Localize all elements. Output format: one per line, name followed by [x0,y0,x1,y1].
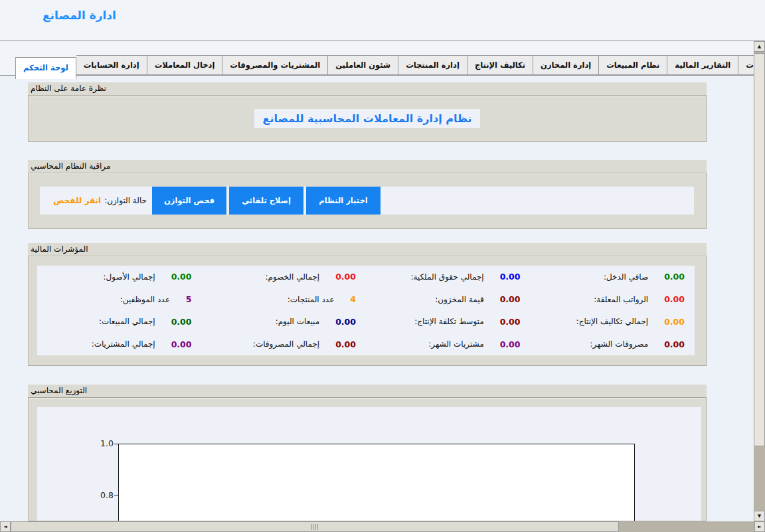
indicator-cell: 0.00مصروفات الشهر: [531,333,695,355]
section-monitor-title: مراقبة النظام المحاسبي [28,160,707,173]
indicator-cell: 0.00إجمالي المشتريات: [37,333,202,355]
scroll-down-button[interactable]: ▼ [754,511,765,521]
scroll-left-button[interactable]: ◄ [0,521,11,532]
indicator-label: مبيعات اليوم: [276,317,320,326]
arrow-right-icon: ► [758,524,761,529]
indicator-label: صافي الدخل: [604,272,648,282]
indicator-value: 0.00 [335,317,356,327]
section-overview-box: نظام إدارة المعاملات المحاسبية للمصانع [28,95,707,142]
indicator-label: متوسط تكلفة الإنتاج: [414,317,483,326]
arrow-left-icon: ◄ [3,524,7,529]
arrow-up-icon: ▲ [758,44,761,49]
balance-status: حالة التوازن: انقر للفحص [40,187,149,215]
section-overview: نظرة عامة على النظام نظام إدارة المعاملا… [28,82,707,142]
dashboard-pane: نظرة عامة على النظام نظام إدارة المعاملا… [0,75,754,521]
indicator-cell: 0.00إجمالي المبيعات: [37,311,202,333]
monitor-strip: حالة التوازن: انقر للفحص فحص التوازنإصلا… [40,187,694,215]
section-overview-title: نظرة عامة على النظام [28,82,707,95]
monitor-button-0[interactable]: فحص التوازن [152,187,226,215]
section-indicators-title: المؤشرات المالية [28,243,707,256]
indicator-label: مشتريات الشهر: [428,339,483,349]
tab-8[interactable]: نظام المبيعات [599,55,667,75]
indicator-cell: 0.00قيمة المخزون: [366,288,531,311]
app-title: ادارة المصانع [42,9,116,22]
scroll-right-button[interactable]: ► [754,521,765,532]
section-distribution-title: التوزيع المحاسبي [28,385,707,397]
indicator-value: 0.00 [500,317,521,327]
indicators-grid: 0.00صافي الدخل:0.00إجمالي حقوق الملكية:0… [37,266,695,355]
indicator-value: 0.00 [500,294,521,304]
indicator-label: الرواتب المعلقة: [594,295,648,304]
monitor-button-2[interactable]: اختبار النظام [306,187,381,215]
indicator-label: إجمالي المشتريات: [92,339,155,349]
balance-status-value[interactable]: انقر للفحص [53,196,101,205]
tab-2[interactable]: إدخال المعاملات [147,55,223,75]
indicator-cell: 0.00إجمالي حقوق الملكية: [366,266,531,288]
indicator-cell: 4عدد المنتجات: [202,288,367,311]
indicator-value: 0.00 [664,317,685,327]
section-monitor-box: حالة التوازن: انقر للفحص فحص التوازنإصلا… [28,173,707,229]
indicator-cell: 0.00مشتريات الشهر: [366,333,531,355]
tab-7[interactable]: إدارة المخازن [533,55,599,75]
section-indicators-box: 0.00صافي الدخل:0.00إجمالي حقوق الملكية:0… [28,256,707,366]
indicator-cell: 0.00صافي الدخل: [531,266,695,288]
section-distribution: التوزيع المحاسبي 1.0 0.8 [28,385,707,521]
balance-status-label: حالة التوازن: [104,196,147,205]
section-distribution-box: 1.0 0.8 [28,397,707,521]
indicator-label: إجمالي الخصوم: [266,272,320,282]
vertical-scrollbar-thumb[interactable] [754,53,765,446]
indicator-label: إجمالي تكاليف الإنتاج: [576,317,649,326]
indicator-cell: 0.00متوسط تكلفة الإنتاج: [366,311,531,333]
indicator-value: 0.00 [335,339,356,349]
indicator-cell: 0.00إجمالي تكاليف الإنتاج: [531,311,695,333]
indicator-label: إجمالي الأصول: [104,272,155,282]
indicator-value: 0.00 [664,339,685,349]
indicator-cell: 0.00إجمالي المصروفات: [202,333,367,355]
indicator-value: 4 [350,294,356,304]
tab-3[interactable]: المشتريات والمصروفات [222,55,328,75]
indicator-label: إجمالي حقوق الملكية: [410,272,483,282]
indicator-value: 0.00 [664,294,685,304]
indicator-cell: 0.00إجمالي الخصوم: [202,266,367,288]
plot-area [118,444,635,521]
horizontal-scrollbar[interactable]: ◄ ► [0,521,765,532]
monitor-button-1[interactable]: إصلاح تلقائي [229,187,303,215]
monitor-buttons: فحص التوازنإصلاح تلقائياختبار النظام [149,187,381,215]
indicator-cell: 0.00الرواتب المعلقة: [531,288,695,311]
indicator-value: 0.00 [500,272,521,282]
indicator-value: 0.00 [664,272,685,282]
y-axis-tick-label: 0.8 [94,490,114,500]
titlebar-divider [0,41,765,41]
tab-6[interactable]: تكاليف الإنتاج [468,55,533,75]
tab-0[interactable]: لوحة التحكم [15,57,76,79]
indicator-label: إجمالي المصروفات: [253,339,319,349]
horizontal-scrollbar-thumb[interactable] [11,521,619,532]
indicator-label: عدد المنتجات: [288,295,335,304]
indicator-value: 0.00 [171,339,192,349]
tab-1[interactable]: إدارة الحسابات [76,55,147,75]
indicator-value: 0.00 [335,272,356,282]
system-heading: نظام إدارة المعاملات المحاسبية للمصانع [254,109,479,128]
scrollbar-grip-icon [311,524,318,530]
y-axis-tick-label: 1.0 [94,438,114,448]
indicator-value: 0.00 [171,272,192,282]
scroll-up-button[interactable]: ▲ [754,41,765,52]
tab-5[interactable]: إدارة المنتجات [398,55,468,75]
indicator-value: 0.00 [171,317,192,327]
tab-4[interactable]: شئون العاملين [328,55,398,75]
section-monitor: مراقبة النظام المحاسبي حالة التوازن: انق… [28,160,707,229]
vertical-scrollbar[interactable]: ▲ ▼ [754,41,765,521]
indicator-cell: 0.00إجمالي الأصول: [37,266,202,288]
indicator-label: عدد الموظفين: [120,295,170,304]
chart-canvas: 1.0 0.8 [37,407,701,521]
indicator-label: إجمالي المبيعات: [99,317,155,326]
indicator-value: 0.00 [500,339,521,349]
section-indicators: المؤشرات المالية 0.00صافي الدخل:0.00إجما… [28,243,707,366]
indicator-label: مصروفات الشهر: [590,339,649,349]
tab-9[interactable]: التقارير المالية [667,55,738,75]
indicator-label: قيمة المخزون: [435,295,484,304]
indicator-cell: 0.00مبيعات اليوم: [202,311,367,333]
indicator-value: 5 [186,294,192,304]
indicator-cell: 5عدد الموظفين: [37,288,202,311]
arrow-down-icon: ▼ [758,513,761,519]
